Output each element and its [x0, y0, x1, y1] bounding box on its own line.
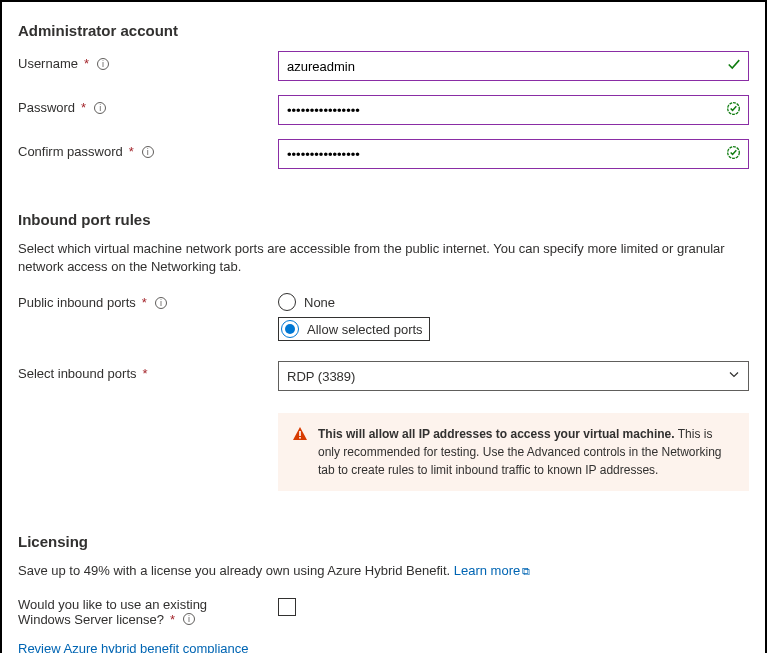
required-star-icon: *	[81, 100, 86, 115]
inbound-ports-value: RDP (3389)	[287, 369, 355, 384]
radio-icon	[278, 293, 296, 311]
licensing-section-title: Licensing	[18, 533, 749, 550]
required-star-icon: *	[170, 612, 175, 627]
password-label: Password * i	[18, 95, 278, 115]
existing-license-line2: Windows Server license?	[18, 612, 164, 627]
info-icon[interactable]: i	[94, 102, 106, 114]
required-star-icon: *	[129, 144, 134, 159]
required-star-icon: *	[142, 295, 147, 310]
learn-more-text: Learn more	[454, 563, 520, 578]
username-label-text: Username	[18, 56, 78, 71]
warning-banner: This will allow all IP addresses to acce…	[278, 413, 749, 491]
inbound-ports-select[interactable]: RDP (3389)	[278, 361, 749, 391]
select-ports-row: Select inbound ports * RDP (3389)	[18, 361, 749, 391]
existing-license-checkbox[interactable]	[278, 598, 296, 616]
radio-none[interactable]: None	[278, 293, 749, 311]
existing-license-label: Would you like to use an existing Window…	[18, 595, 278, 627]
warning-bold: This will allow all IP addresses to acce…	[318, 427, 675, 441]
warning-triangle-icon	[292, 426, 308, 479]
public-ports-label-text: Public inbound ports	[18, 295, 136, 310]
info-icon[interactable]: i	[183, 613, 195, 625]
required-star-icon: *	[84, 56, 89, 71]
select-ports-label: Select inbound ports *	[18, 361, 278, 381]
confirm-password-label-text: Confirm password	[18, 144, 123, 159]
ports-section-desc: Select which virtual machine network por…	[18, 240, 749, 276]
learn-more-link[interactable]: Learn more⧉	[454, 563, 530, 578]
radio-none-label: None	[304, 295, 335, 310]
select-ports-label-text: Select inbound ports	[18, 366, 137, 381]
review-compliance-link[interactable]: Review Azure hybrid benefit compliance	[18, 641, 249, 653]
licensing-desc-text: Save up to 49% with a license you alread…	[18, 563, 454, 578]
radio-allow-label: Allow selected ports	[307, 322, 423, 337]
warning-row: This will allow all IP addresses to acce…	[18, 405, 749, 491]
public-ports-row: Public inbound ports * i None Allow sele…	[18, 290, 749, 347]
password-label-text: Password	[18, 100, 75, 115]
confirm-password-label: Confirm password * i	[18, 139, 278, 159]
admin-section-title: Administrator account	[18, 22, 749, 39]
username-row: Username * i	[18, 51, 749, 81]
radio-icon	[281, 320, 299, 338]
chevron-down-icon	[728, 369, 740, 384]
info-icon[interactable]: i	[142, 146, 154, 158]
username-label: Username * i	[18, 51, 278, 71]
required-star-icon: *	[143, 366, 148, 381]
radio-allow-selected[interactable]: Allow selected ports	[278, 317, 430, 341]
confirm-password-row: Confirm password * i	[18, 139, 749, 169]
confirm-password-input[interactable]	[278, 139, 749, 169]
password-row: Password * i	[18, 95, 749, 125]
svg-rect-2	[299, 431, 301, 436]
info-icon[interactable]: i	[155, 297, 167, 309]
external-link-icon: ⧉	[522, 565, 530, 577]
existing-license-row: Would you like to use an existing Window…	[18, 595, 749, 627]
public-ports-label: Public inbound ports * i	[18, 290, 278, 310]
existing-license-line1: Would you like to use an existing	[18, 597, 207, 612]
ports-section-title: Inbound port rules	[18, 211, 749, 228]
svg-rect-3	[299, 437, 301, 439]
password-input[interactable]	[278, 95, 749, 125]
info-icon[interactable]: i	[97, 58, 109, 70]
warning-text: This will allow all IP addresses to acce…	[318, 425, 735, 479]
username-input[interactable]	[278, 51, 749, 81]
licensing-section-desc: Save up to 49% with a license you alread…	[18, 562, 749, 580]
